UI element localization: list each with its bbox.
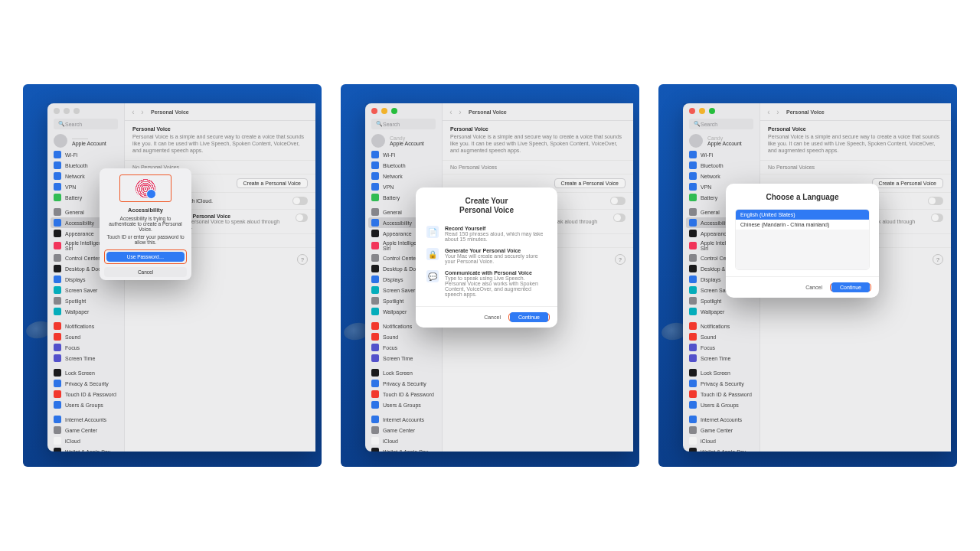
- nav-back[interactable]: ‹: [129, 108, 137, 116]
- sidebar-item[interactable]: Focus: [365, 342, 442, 353]
- continue-button[interactable]: Continue: [510, 312, 548, 322]
- sidebar-item[interactable]: Touch ID & Password: [47, 389, 124, 399]
- sidebar-item[interactable]: Notifications: [47, 321, 124, 331]
- sidebar-item[interactable]: Wallpaper: [683, 306, 760, 317]
- sidebar-item[interactable]: Screen Time: [47, 353, 124, 364]
- sidebar-item[interactable]: Focus: [683, 342, 760, 353]
- search-input[interactable]: 🔍 Search: [54, 119, 118, 129]
- sidebar-icon: [371, 437, 379, 445]
- sidebar-item[interactable]: Spotlight: [47, 295, 124, 306]
- sidebar-item[interactable]: Game Center: [683, 425, 760, 435]
- cancel-button[interactable]: Cancel: [104, 267, 187, 277]
- sidebar-icon: [54, 172, 61, 180]
- sidebar-item[interactable]: Wallpaper: [47, 306, 124, 317]
- screenshot-1: 🔍 Search ———Apple Account Wi-FiBluetooth…: [23, 84, 322, 467]
- sidebar-icon: [689, 208, 697, 216]
- sidebar-icon: [689, 276, 697, 283]
- sidebar-item[interactable]: Network: [365, 171, 442, 181]
- sidebar-item[interactable]: Touch ID & Password: [365, 389, 442, 399]
- sidebar-icon: [371, 286, 379, 294]
- sidebar-icon: [371, 354, 379, 362]
- sidebar-item[interactable]: Sound: [47, 331, 124, 342]
- sidebar-item[interactable]: Screen Saver: [47, 285, 124, 295]
- sidebar-icon: [54, 437, 61, 445]
- sidebar-icon: [54, 322, 61, 330]
- sidebar-item[interactable]: Wallet & Apple Pay: [365, 446, 442, 452]
- sidebar-item[interactable]: Lock Screen: [683, 367, 760, 378]
- avatar: [689, 134, 703, 148]
- sidebar-item[interactable]: Sound: [365, 331, 442, 342]
- create-voice-button[interactable]: Create a Personal Voice: [237, 178, 309, 188]
- sidebar-icon: [371, 242, 379, 249]
- sidebar-icon: [371, 401, 379, 409]
- sidebar-item[interactable]: Sound: [683, 331, 760, 342]
- sidebar-item[interactable]: Network: [683, 171, 760, 181]
- sidebar-item[interactable]: Screen Time: [683, 353, 760, 364]
- sidebar-item[interactable]: Focus: [47, 342, 124, 353]
- sidebar-item[interactable]: Privacy & Security: [683, 378, 760, 389]
- account-row[interactable]: CandyApple Account: [689, 134, 753, 148]
- language-option[interactable]: Chinese (Mandarin - China mainland): [736, 220, 869, 230]
- sidebar-icon: [371, 322, 379, 330]
- sidebar-item[interactable]: Internet Accounts: [47, 414, 124, 425]
- sidebar-item[interactable]: Lock Screen: [365, 367, 442, 378]
- sidebar-icon: [689, 322, 697, 330]
- sidebar-icon: [54, 254, 61, 262]
- sidebar-item[interactable]: Privacy & Security: [47, 378, 124, 389]
- sidebar-icon: [54, 369, 61, 377]
- sidebar-item[interactable]: Bluetooth: [365, 160, 442, 171]
- account-row[interactable]: ———Apple Account: [54, 134, 118, 148]
- cancel-button[interactable]: Cancel: [481, 313, 504, 321]
- sidebar-item[interactable]: Wi-Fi: [47, 149, 124, 160]
- sidebar-icon: [689, 416, 697, 423]
- sidebar-item[interactable]: Users & Groups: [47, 399, 124, 410]
- sidebar-item[interactable]: Internet Accounts: [365, 414, 442, 425]
- search-input[interactable]: 🔍 Search: [689, 119, 753, 129]
- sidebar-item[interactable]: Users & Groups: [683, 399, 760, 410]
- language-option[interactable]: English (United States): [736, 210, 869, 220]
- step-icon: 💬: [426, 270, 439, 282]
- sidebar-icon: [371, 308, 379, 315]
- sidebar-icon: [689, 437, 697, 445]
- sidebar-icon: [689, 308, 697, 315]
- sidebar-item[interactable]: Game Center: [47, 425, 124, 435]
- sidebar-icon: [54, 426, 61, 434]
- sidebar-icon: [371, 151, 379, 158]
- sidebar-item[interactable]: Notifications: [683, 321, 760, 331]
- sidebar-icon: [54, 286, 61, 294]
- search-input[interactable]: 🔍 Search: [371, 119, 436, 129]
- sidebar-item[interactable]: iCloud: [47, 435, 124, 446]
- sidebar-item[interactable]: Wallet & Apple Pay: [47, 446, 124, 452]
- sidebar-item[interactable]: Wi-Fi: [365, 149, 442, 160]
- sidebar-icon: [54, 183, 61, 191]
- sidebar-icon: [371, 369, 379, 377]
- auth-dialog: Accessibility Accessibility is trying to…: [100, 168, 191, 280]
- nav-fwd[interactable]: ›: [139, 108, 146, 116]
- step-icon: 🔒: [426, 248, 439, 260]
- sidebar-icon: [689, 286, 697, 294]
- sidebar-item[interactable]: Wallet & Apple Pay: [683, 446, 760, 452]
- sidebar-icon: [54, 390, 61, 398]
- screenshot-2: 🔍 Search CandyApple Account Wi-FiBluetoo…: [341, 84, 639, 467]
- sidebar-icon: [371, 333, 379, 341]
- touchid-icon: [136, 178, 155, 198]
- icloud-toggle[interactable]: [292, 197, 308, 205]
- sidebar-item[interactable]: Screen Time: [365, 353, 442, 364]
- sidebar-item[interactable]: Game Center: [365, 425, 442, 435]
- sidebar-item[interactable]: iCloud: [365, 435, 442, 446]
- sidebar-item[interactable]: Bluetooth: [683, 160, 760, 171]
- sidebar-item[interactable]: Users & Groups: [365, 399, 442, 410]
- sidebar-item[interactable]: Wi-Fi: [683, 149, 760, 160]
- sidebar-item[interactable]: iCloud: [683, 435, 760, 446]
- use-password-button[interactable]: Use Password…: [106, 252, 185, 262]
- sidebar-item[interactable]: Lock Screen: [47, 367, 124, 378]
- allow-apps-toggle[interactable]: [296, 214, 308, 222]
- sidebar-item[interactable]: Privacy & Security: [365, 378, 442, 389]
- help-button[interactable]: ?: [297, 254, 308, 265]
- account-row[interactable]: CandyApple Account: [371, 134, 436, 148]
- sidebar-item[interactable]: Internet Accounts: [683, 414, 760, 425]
- continue-button[interactable]: Continue: [831, 282, 870, 292]
- cancel-button[interactable]: Cancel: [802, 283, 825, 292]
- sidebar-icon: [371, 448, 379, 452]
- sidebar-item[interactable]: Touch ID & Password: [683, 389, 760, 399]
